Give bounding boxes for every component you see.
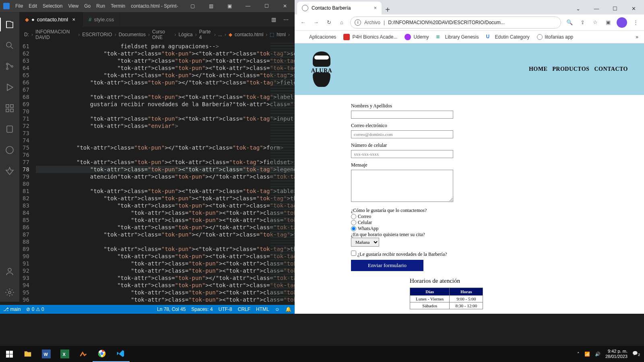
file-explorer-icon[interactable] [19, 346, 37, 362]
menu-go[interactable]: Go [84, 3, 91, 9]
status-indent[interactable]: Spaces: 4 [191, 306, 213, 312]
close-icon[interactable]: ✕ [625, 2, 642, 14]
status-eol[interactable]: CRLF [238, 306, 250, 312]
nav-productos[interactable]: PRODUCTOS [552, 66, 589, 72]
menu-run[interactable]: Run [96, 3, 105, 9]
github-icon[interactable] [0, 141, 19, 159]
svg-rect-4 [6, 105, 9, 107]
menu-view[interactable]: View [68, 3, 78, 9]
bookmark-udemy[interactable]: Udemy [405, 34, 429, 40]
chrome-icon[interactable] [93, 346, 111, 362]
bookmark-libgen[interactable]: ≣Library Genesis [436, 34, 479, 40]
status-bell-icon[interactable]: 🔔 [285, 306, 291, 312]
avatar[interactable] [617, 17, 627, 28]
message-field[interactable] [351, 170, 453, 202]
forward-icon[interactable]: → [312, 18, 320, 27]
svg-point-1 [6, 63, 8, 65]
vscode-taskbar-icon[interactable] [111, 346, 130, 362]
info-icon[interactable]: i [355, 19, 361, 26]
name-field[interactable] [351, 111, 453, 119]
nav-contacto[interactable]: CONTACTO [594, 66, 628, 72]
tray-chevron-icon[interactable]: ˄ [577, 352, 580, 357]
settings-gear-icon[interactable] [0, 283, 19, 302]
tab-close-icon[interactable]: × [70, 16, 77, 23]
taskbar-clock[interactable]: 9:42 p. m. 28/01/2023 [605, 349, 627, 359]
browser-tab[interactable]: Contacto Barbería × [297, 2, 382, 14]
close-icon[interactable]: ✕ [276, 0, 294, 12]
new-tab-button[interactable]: + [382, 5, 394, 14]
source-control-icon[interactable] [0, 57, 19, 76]
menu-terminal[interactable]: Termin [111, 3, 125, 9]
maximize-icon[interactable]: ☐ [606, 2, 624, 14]
status-language[interactable]: HTML [256, 306, 269, 312]
minimize-icon[interactable]: — [588, 2, 605, 14]
share-icon[interactable]: ⇪ [578, 18, 587, 27]
search-icon[interactable] [0, 36, 19, 55]
word-icon[interactable]: W [37, 346, 56, 362]
status-branch[interactable]: ⎇ main [3, 306, 21, 312]
breadcrumb[interactable]: D:› INFORMACION DAVID› ESCRITORIO› Docum… [19, 27, 295, 43]
layout-toggle-1-icon[interactable]: ▢ [184, 0, 201, 12]
kebab-menu-icon[interactable]: ⋮ [631, 18, 640, 27]
bookmark-edutin[interactable]: UEdutin Category [486, 34, 530, 40]
radio-celular[interactable] [351, 220, 356, 225]
editor-more-icon[interactable]: ⋯ [282, 16, 290, 23]
maximize-icon[interactable]: ☐ [258, 0, 275, 12]
run-debug-icon[interactable] [0, 78, 19, 97]
extensions-puzzle-icon[interactable]: ▣ [604, 18, 613, 27]
status-encoding[interactable]: UTF-8 [219, 306, 232, 312]
nav-home[interactable]: HOME [529, 66, 547, 72]
bookmarks-overflow-icon[interactable]: » [636, 34, 638, 40]
extra-1-icon[interactable] [0, 120, 19, 138]
label-name: Nombres y Apellidos [351, 103, 644, 109]
svg-point-3 [11, 66, 13, 67]
address-bar[interactable]: i Archivo | D:/INFORMACION%20DAVID/ESCRI… [350, 16, 561, 29]
phone-field[interactable] [351, 150, 453, 158]
home-icon[interactable]: ⌂ [337, 18, 346, 27]
wifi-icon[interactable]: 📶 [584, 352, 590, 357]
status-cursor[interactable]: Ln 78, Col 45 [157, 306, 186, 312]
layout-toggle-3-icon[interactable]: ▣ [221, 0, 238, 12]
bookmark-p4h[interactable]: P4H Bionics Acade... [343, 34, 397, 40]
chevron-down-icon[interactable]: ⌄ [569, 2, 587, 14]
tab-close-icon[interactable]: × [374, 5, 377, 11]
extensions-icon[interactable] [0, 99, 19, 117]
accounts-icon[interactable] [0, 262, 19, 281]
minimap[interactable] [270, 43, 295, 302]
back-icon[interactable]: ← [299, 18, 308, 27]
email-field[interactable] [351, 130, 453, 138]
newsletter-checkbox[interactable] [351, 251, 356, 256]
zoom-icon[interactable]: 🔍 [565, 18, 574, 27]
status-feedback-icon[interactable]: ☺ [275, 306, 280, 312]
excel-icon[interactable]: X [56, 346, 74, 362]
start-button[interactable] [0, 346, 19, 362]
tab-style-css[interactable]: # style.css [83, 12, 120, 27]
svg-point-2 [6, 68, 8, 70]
bookmark-litofanias[interactable]: litofanias app [537, 34, 574, 40]
radio-whatsapp[interactable] [351, 226, 356, 231]
editor-split-icon[interactable]: ▥ [270, 16, 278, 23]
layout-toggle-2-icon[interactable]: ▥ [202, 0, 220, 12]
menu-file[interactable]: File [15, 3, 23, 9]
reload-icon[interactable]: ↻ [324, 18, 333, 27]
minimize-icon[interactable]: — [239, 0, 257, 12]
matlab-icon[interactable] [74, 346, 93, 362]
volume-icon[interactable]: 🔊 [595, 352, 601, 357]
submit-button[interactable]: Enviar formulario [351, 260, 423, 271]
bookmark-apps[interactable]: Aplicaciones [300, 34, 336, 40]
code-body[interactable]: fieldset para agrupaciones--> "tok-attr"… [36, 43, 295, 302]
tab-contacto-html[interactable]: ◆ ● contacto.html × [19, 12, 83, 27]
menu-selection[interactable]: Selection [43, 3, 62, 9]
schedule-select[interactable]: Mañana [351, 238, 379, 247]
menu-edit[interactable]: Edit [29, 3, 37, 9]
status-problems[interactable]: ⊘ 0 ⚠ 0 [26, 306, 44, 312]
code-editor[interactable]: 6162636465666768697071727374757677787980… [19, 43, 295, 302]
editor-tabs: ◆ ● contacto.html × # style.css ▥ ⋯ [19, 12, 295, 27]
explorer-icon[interactable] [0, 15, 19, 34]
table-row: Sábados8:30 - 12:00 [410, 302, 483, 309]
radio-correo[interactable] [351, 214, 356, 219]
star-icon[interactable]: ☆ [591, 18, 600, 27]
vscode-logo-icon [3, 3, 10, 9]
notifications-icon[interactable]: 💬2 [632, 351, 640, 357]
gitlab-icon[interactable] [0, 162, 19, 180]
